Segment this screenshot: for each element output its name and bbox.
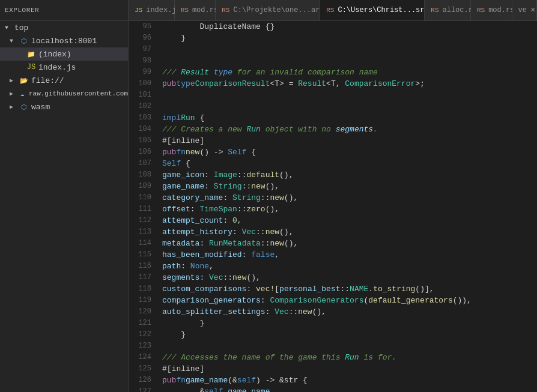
cloud-icon: ☁: [18, 89, 26, 98]
code-editor[interactable]: 9596979899100101102103104105106107108109…: [129, 21, 537, 392]
sidebar-item-indexjs[interactable]: ▶ JS index.js: [0, 61, 128, 74]
code-line-107: Self {: [162, 158, 537, 169]
code-line-115: has_been_modified: false,: [162, 249, 537, 261]
tab-label: mod.rs: [488, 6, 514, 14]
code-line-104: /// Creates a new Run object with no seg…: [162, 124, 537, 135]
sidebar-item-label: top: [14, 23, 28, 32]
tab-close-button[interactable]: ×: [530, 5, 535, 15]
sidebar-item-localhost[interactable]: ▼ ⬡ localhost:8001: [0, 34, 128, 47]
sidebar: Explorer ▼ top ▼ ⬡ localhost:8001 ▶ 📁 (i…: [0, 0, 129, 392]
tab-rs-icon: RS: [431, 7, 438, 14]
code-line-98: [162, 55, 537, 67]
code-line-113: attempt_history: Vec::new(),: [162, 226, 537, 238]
code-line-97: [162, 44, 537, 55]
wasm-icon: ⬡: [19, 102, 29, 112]
code-line-127: &self.game_name: [162, 386, 537, 392]
sidebar-item-label: (index): [38, 50, 71, 59]
server-icon: ⬡: [19, 36, 29, 46]
tab-js-icon: JS: [135, 7, 142, 14]
code-line-126: pub fn game_name(&self) -> &str {: [162, 375, 537, 386]
editor-area: JS index.js × RS mod.rs × RS C:\Projekte…: [129, 0, 537, 392]
chevron-icon: ▼: [10, 38, 18, 44]
chevron-icon: ▶: [10, 103, 18, 110]
folder-icon: 📁: [26, 49, 36, 59]
tab-alloc[interactable]: RS alloc.rs ×: [425, 0, 471, 20]
code-line-95: DuplicateName {}: [162, 21, 537, 32]
code-line-112: attempt_count: 0,: [162, 215, 537, 226]
tab-rs-icon: RS: [477, 7, 485, 14]
tab-rs-icon: RS: [326, 7, 334, 14]
line-numbers: 9596979899100101102103104105106107108109…: [129, 21, 157, 392]
code-line-119: comparison_generators: ComparisonGenerat…: [162, 295, 537, 306]
tab-rs-icon: RS: [181, 7, 189, 14]
sidebar-header: Explorer: [0, 0, 128, 21]
code-line-110: category_name: String::new(),: [162, 192, 537, 204]
sidebar-item-label: localhost:8001: [31, 37, 97, 46]
code-line-109: game_name: String::new(),: [162, 181, 537, 192]
code-line-96: }: [162, 32, 537, 44]
sidebar-item-top[interactable]: ▼ top: [0, 21, 128, 34]
code-line-99: /// Result type for an invalid compariso…: [162, 67, 537, 78]
sidebar-item-label: raw.githubusercontent.com: [29, 90, 128, 97]
code-line-121: }: [162, 318, 537, 329]
tab-label: ve: [518, 6, 527, 14]
folder-icon: 📂: [19, 76, 29, 85]
code-line-100: pub type ComparisonResult<T> = Result<T,…: [162, 78, 537, 89]
code-line-111: offset: TimeSpan::zero(),: [162, 204, 537, 215]
tab-bar: JS index.js × RS mod.rs × RS C:\Projekte…: [129, 0, 537, 21]
sidebar-item-wasm[interactable]: ▶ ⬡ wasm: [0, 100, 128, 113]
js-file-icon: JS: [26, 62, 36, 72]
code-line-122: }: [162, 329, 537, 340]
tab-lib[interactable]: RS C:\Projekte\one...arf\src\lib.rs ×: [216, 0, 320, 20]
tab-rs-icon: RS: [222, 7, 229, 14]
sidebar-item-label: wasm: [31, 103, 50, 112]
code-line-103: impl Run {: [162, 112, 537, 124]
code-line-117: segments: Vec::new(),: [162, 272, 537, 283]
chevron-icon: ▶: [10, 77, 18, 84]
code-line-108: game_icon: Image::default(),: [162, 169, 537, 181]
code-line-116: path: None,: [162, 261, 537, 272]
tab-indexjs[interactable]: JS index.js ×: [129, 0, 175, 20]
tab-ve[interactable]: ve ×: [512, 0, 537, 20]
sidebar-item-github[interactable]: ▶ ☁ raw.githubusercontent.com: [0, 87, 128, 100]
code-content[interactable]: DuplicateName {} } /// Result type for a…: [157, 21, 537, 392]
chevron-icon: ▼: [5, 25, 13, 31]
sidebar-item-file[interactable]: ▶ 📂 file://: [0, 74, 128, 87]
code-line-125: #[inline]: [162, 363, 537, 375]
code-line-118: custom_comparisons: vec![personal_best::…: [162, 283, 537, 295]
sidebar-item-label: index.js: [38, 63, 76, 72]
code-line-106: pub fn new() -> Self {: [162, 146, 537, 158]
code-line-102: [162, 101, 537, 112]
tab-label: mod.rs: [192, 6, 218, 14]
sidebar-item-label: file://: [31, 76, 64, 85]
sidebar-item-index[interactable]: ▶ 📁 (index): [0, 47, 128, 61]
tab-modrs2[interactable]: RS mod.rs ×: [471, 0, 512, 20]
code-line-101: [162, 89, 537, 101]
code-line-124: /// Accesses the name of the game this R…: [162, 352, 537, 363]
code-line-120: auto_splitter_settings: Vec::new(),: [162, 306, 537, 318]
code-line-114: metadata: RunMetadata::new(),: [162, 238, 537, 249]
chevron-icon: ▶: [10, 90, 17, 97]
code-line-105: #[inline]: [162, 135, 537, 146]
code-line-123: [162, 340, 537, 352]
tab-modrs1[interactable]: RS mod.rs ×: [175, 0, 216, 20]
tab-modrs-active[interactable]: RS C:\Users\Christ...src\run\mod.rs ×: [320, 0, 425, 20]
